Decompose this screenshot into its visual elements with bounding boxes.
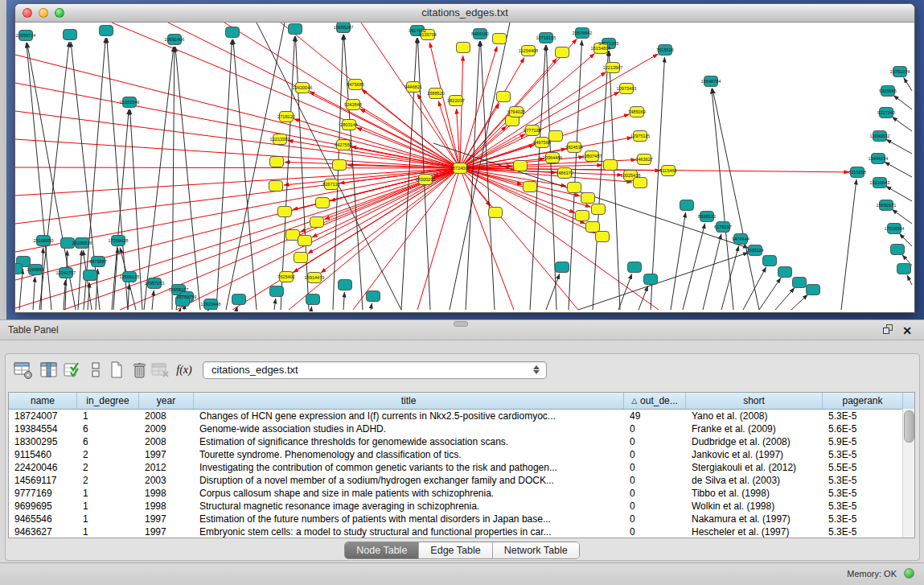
tab-network-table[interactable]: Network Table bbox=[492, 542, 579, 558]
network-node[interactable] bbox=[294, 253, 308, 263]
table-row[interactable]: 1830029562008Estimation of significance … bbox=[9, 435, 914, 448]
network-node[interactable] bbox=[333, 160, 347, 171]
network-node[interactable] bbox=[339, 280, 352, 290]
network-canvas[interactable]: 2205572420691406106552871527602846616010… bbox=[15, 23, 913, 311]
panel-splitter-grip[interactable] bbox=[454, 321, 468, 327]
network-node[interactable] bbox=[84, 270, 97, 281]
select-columns-icon[interactable] bbox=[39, 360, 60, 381]
table-cell: 1997 bbox=[139, 513, 194, 525]
network-node[interactable] bbox=[269, 181, 283, 192]
table-scrollbar-thumb[interactable] bbox=[904, 410, 914, 443]
float-panel-icon[interactable] bbox=[881, 323, 895, 338]
network-node[interactable] bbox=[596, 232, 610, 242]
network-node[interactable] bbox=[897, 264, 911, 274]
network-node[interactable] bbox=[306, 295, 320, 305]
table-row[interactable]: 2242004622012Investigating the contribut… bbox=[9, 461, 914, 474]
split-view-icon[interactable] bbox=[85, 360, 106, 381]
network-node[interactable] bbox=[289, 24, 302, 35]
network-node[interactable] bbox=[514, 161, 528, 171]
table-mode-icon[interactable] bbox=[13, 360, 34, 381]
table-row[interactable]: 911546021997Tourette syndrome. Phenomeno… bbox=[9, 448, 914, 461]
network-node[interactable] bbox=[592, 204, 606, 215]
memory-status-icon[interactable] bbox=[904, 568, 914, 579]
tab-edge-table[interactable]: Edge Table bbox=[418, 542, 491, 558]
network-node-label: 18300295 bbox=[416, 177, 436, 182]
network-node-label: 21053346 bbox=[120, 100, 140, 105]
column-header-year[interactable]: year bbox=[139, 393, 194, 409]
network-node[interactable] bbox=[278, 207, 292, 217]
table-row[interactable]: 1872400712008Changes of HCN gene express… bbox=[9, 410, 914, 422]
network-node[interactable] bbox=[604, 160, 618, 171]
network-node[interactable] bbox=[576, 211, 589, 221]
network-node[interactable] bbox=[680, 200, 694, 211]
network-node[interactable] bbox=[891, 245, 905, 255]
network-node[interactable] bbox=[100, 26, 113, 36]
network-node[interactable] bbox=[286, 230, 300, 241]
network-node[interactable] bbox=[644, 274, 658, 285]
network-node[interactable] bbox=[807, 285, 820, 295]
new-column-icon[interactable] bbox=[106, 360, 127, 381]
network-node[interactable] bbox=[497, 92, 511, 102]
table-row[interactable]: 946554611997Estimation of the future num… bbox=[9, 513, 914, 525]
network-node[interactable] bbox=[310, 217, 324, 228]
network-node[interactable] bbox=[778, 267, 792, 278]
network-edge bbox=[281, 36, 295, 310]
network-node[interactable] bbox=[586, 222, 600, 233]
network-node[interactable] bbox=[493, 34, 507, 44]
network-node[interactable] bbox=[634, 178, 647, 188]
table-cell: Franke et al. (2009) bbox=[686, 422, 823, 435]
network-window-titlebar[interactable]: citations_edges.txt bbox=[15, 4, 914, 23]
row-select-icon[interactable] bbox=[63, 360, 84, 381]
network-node[interactable] bbox=[549, 131, 563, 142]
network-node[interactable] bbox=[457, 43, 470, 53]
network-node[interactable] bbox=[232, 295, 246, 305]
network-node[interactable] bbox=[270, 286, 284, 297]
close-panel-icon[interactable]: ✕ bbox=[900, 323, 914, 338]
network-node[interactable] bbox=[793, 278, 807, 288]
network-node[interactable] bbox=[556, 262, 569, 273]
table-row[interactable]: 946362711997Embryonic stem cells: a mode… bbox=[9, 525, 914, 538]
minimize-window-icon[interactable] bbox=[39, 8, 48, 18]
column-header-out-de-[interactable]: △out_de... bbox=[624, 393, 686, 409]
column-header-title[interactable]: title bbox=[194, 393, 624, 409]
table-panel-titlebar[interactable]: Table Panel ✕ bbox=[0, 319, 924, 340]
network-node[interactable] bbox=[270, 157, 284, 167]
network-window[interactable]: citations_edges.txt 22055724206914061065… bbox=[14, 3, 915, 313]
column-header-pagerank[interactable]: pagerank bbox=[823, 393, 903, 409]
network-node[interactable] bbox=[298, 236, 312, 246]
table-tab-group[interactable]: Node TableEdge TableNetwork Table bbox=[344, 542, 579, 559]
column-header-in-degree[interactable]: in_degree bbox=[77, 393, 139, 409]
network-node[interactable] bbox=[581, 193, 595, 204]
network-node[interactable] bbox=[556, 47, 569, 58]
network-edge bbox=[107, 38, 128, 310]
zoom-window-icon[interactable] bbox=[55, 8, 64, 18]
network-node[interactable] bbox=[15, 264, 23, 274]
network-node[interactable] bbox=[489, 208, 503, 218]
table-body[interactable]: 1872400712008Changes of HCN gene express… bbox=[9, 410, 914, 538]
column-header-name[interactable]: name bbox=[9, 393, 77, 409]
function-builder-icon[interactable]: f(x) bbox=[174, 360, 195, 381]
table-row[interactable]: 1456911722003Disruption of a novel membe… bbox=[9, 474, 914, 487]
table-row[interactable]: 977716911998Corpus callosum shape and si… bbox=[9, 487, 914, 500]
node-attribute-table[interactable]: namein_degreeyeartitle△out_de...shortpag… bbox=[8, 392, 915, 538]
network-node[interactable] bbox=[316, 198, 330, 208]
network-node[interactable] bbox=[628, 262, 642, 273]
network-node[interactable] bbox=[524, 182, 537, 192]
table-source-combobox[interactable]: citations_edges.txt bbox=[203, 361, 547, 379]
network-node[interactable] bbox=[64, 30, 77, 40]
network-node[interactable] bbox=[763, 256, 777, 266]
table-cell: 2 bbox=[77, 461, 139, 474]
network-node-label: 12213383 bbox=[270, 137, 290, 142]
table-row[interactable]: 969969511998Structural magnetic resonanc… bbox=[9, 500, 914, 513]
network-node[interactable] bbox=[568, 183, 581, 193]
table-row[interactable]: 1938455462009Genome-wide association stu… bbox=[9, 422, 914, 435]
citation-network-graph[interactable]: 2205572420691406106552871527602846616010… bbox=[15, 23, 913, 311]
network-node[interactable] bbox=[226, 27, 240, 38]
table-scrollbar[interactable] bbox=[902, 409, 914, 538]
tab-node-table[interactable]: Node Table bbox=[345, 542, 418, 558]
close-window-icon[interactable] bbox=[23, 8, 32, 18]
delete-column-icon[interactable] bbox=[129, 360, 150, 381]
table-header-row[interactable]: namein_degreeyeartitle△out_de...shortpag… bbox=[9, 393, 914, 410]
column-header-short[interactable]: short bbox=[686, 393, 823, 409]
network-node[interactable] bbox=[367, 291, 380, 302]
